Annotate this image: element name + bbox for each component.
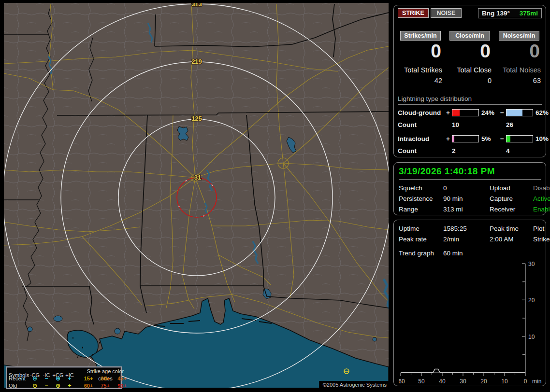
upload-label: Upload — [490, 184, 533, 192]
plot-value: Strike — [533, 236, 550, 243]
y-tick-20: 20 — [528, 297, 535, 304]
total-close-value: 0 — [448, 77, 492, 84]
ic-count-label: Count — [398, 147, 452, 154]
strikes-per-min-button[interactable]: Strikes/min — [400, 31, 441, 41]
x-tick-40: 40 — [439, 378, 446, 385]
ic-negative-bar — [506, 135, 533, 142]
cg-positive-count: 10 — [452, 121, 506, 128]
y-tick-10: 10 — [528, 334, 535, 340]
bearing-value: Bng 139° — [482, 10, 510, 17]
cg-negative-count: 26 — [506, 121, 542, 128]
x-tick-10: 10 — [501, 378, 508, 385]
noises-per-min-button[interactable]: Noises/min — [499, 31, 539, 41]
counters-panel: STRIKE NOISE Bng 139° 375mi Strikes/min … — [393, 5, 546, 157]
ic-positive-bar — [452, 135, 479, 142]
ic-negative-bar-fill — [507, 136, 510, 142]
ring-label-31: 31 — [194, 174, 201, 181]
trend-graph-value: 60 min — [443, 250, 541, 257]
x-tick-0: 0 — [524, 378, 527, 385]
age-45: 45+ — [114, 375, 130, 382]
age-75: 75+ — [97, 382, 114, 390]
upload-status: Disabled — [533, 184, 550, 192]
close-per-min-button[interactable]: Close/min — [449, 31, 490, 41]
y-tick-30: 30 — [528, 261, 535, 267]
total-noises-value: 63 — [497, 77, 541, 84]
ring-label-313: 313 — [191, 3, 202, 8]
x-tick-20: 20 — [480, 378, 487, 385]
peak-time-label: Peak time — [490, 225, 533, 232]
distribution-header: Lightning type distribution — [398, 95, 542, 105]
trend-graph: 30 20 10 60 50 40 30 20 10 0 min — [399, 260, 541, 388]
trend-graph-label: Trend graph — [399, 250, 443, 257]
lightning-app-window: 313 219 125 31 Symbols -CG -IC +CG +IC S… — [0, 0, 550, 392]
noises-column: Noises/min 0 Total Noises 63 — [497, 31, 541, 84]
map-legend: Symbols -CG -IC +CG +IC Strike age color… — [6, 366, 122, 389]
ring-label-219: 219 — [191, 58, 202, 65]
trend-axes — [401, 264, 525, 376]
age-15: 15+ — [80, 375, 97, 382]
cg-negative-bar — [506, 109, 533, 116]
minus-sign: − — [500, 109, 506, 116]
recent-pos-ic-icon: + — [64, 375, 75, 382]
x-tick-60: 60 — [399, 378, 405, 385]
uptime-value: 1585:25 — [443, 225, 490, 232]
close-column: Close/min 0 Total Close 0 — [448, 31, 492, 84]
close-rate-value: 0 — [448, 42, 492, 61]
strikes-rate-value: 0 — [399, 42, 442, 61]
ic-negative-pct: 10% — [533, 135, 549, 142]
intracloud-row: Intracloud + 5% − 10% — [398, 133, 542, 145]
cg-negative-bar-fill — [507, 110, 522, 116]
recent-neg-ic-icon: − — [41, 375, 52, 382]
x-axis-unit: min — [532, 378, 541, 385]
total-strikes-label: Total Strikes — [399, 66, 442, 74]
status-panel: 3/19/2026 1:40:18 PM Squelch 0 Upload Di… — [393, 162, 546, 215]
intracloud-count-row: Count 2 4 — [398, 145, 542, 157]
cg-positive-bar — [452, 109, 479, 116]
squelch-label: Squelch — [399, 184, 443, 192]
ring-label-125: 125 — [191, 115, 202, 122]
ic-positive-count: 2 — [452, 147, 506, 154]
cg-negative-pct: 62% — [533, 109, 549, 116]
cloud-ground-row: Cloud-ground + 24% − 62% — [398, 107, 542, 119]
plus-sign: + — [446, 109, 452, 116]
peak-rate-value: 2/min — [443, 236, 490, 243]
trend-axis-labels: 30 20 10 60 50 40 30 20 10 0 min — [399, 261, 541, 385]
uptime-label: Uptime — [399, 225, 443, 232]
range-label: Range — [399, 206, 443, 213]
ic-positive-bar-fill — [452, 136, 454, 142]
old-neg-ic-icon: − — [41, 382, 52, 390]
old-pos-cg-icon: ⊕ — [52, 382, 64, 390]
age-90: 90+ — [114, 382, 130, 390]
recent-pos-cg-icon: ⊕ — [52, 375, 64, 382]
noises-rate-value: 0 — [497, 42, 541, 61]
squelch-value: 0 — [443, 184, 490, 192]
persistence-label: Persistence — [399, 195, 443, 202]
plus-sign: + — [446, 135, 452, 142]
total-noises-label: Total Noises — [497, 66, 541, 74]
map-area[interactable]: 313 219 125 31 Symbols -CG -IC +CG +IC S… — [4, 3, 389, 388]
x-tick-30: 30 — [460, 378, 466, 385]
x-tick-50: 50 — [418, 378, 425, 385]
legend-recent-label: Recent — [9, 375, 29, 382]
cg-positive-bar-fill — [452, 110, 460, 116]
intracloud-label: Intracloud — [398, 135, 446, 142]
age-60: 60+ — [80, 382, 97, 390]
strike-toggle-button[interactable]: STRIKE — [398, 8, 429, 18]
strikes-column: Strikes/min 0 Total Strikes 42 — [399, 31, 442, 84]
peak-rate-label: Peak rate — [399, 236, 443, 243]
datetime-display: 3/19/2026 1:40:18 PM — [399, 166, 541, 180]
capture-status: Active — [533, 195, 550, 202]
receiver-label: Receiver — [490, 206, 533, 213]
bearing-readout: Bng 139° 375mi — [478, 8, 542, 18]
cg-count-label: Count — [398, 121, 452, 128]
map-canvas[interactable]: 313 219 125 31 — [4, 3, 389, 388]
plot-label: Plot — [533, 225, 550, 232]
peak-time-value: 2:00 AM — [490, 236, 533, 243]
noise-toggle-button[interactable]: NOISE — [431, 8, 462, 18]
old-pos-ic-icon: + — [64, 382, 75, 390]
cloud-ground-count-row: Count 10 26 — [398, 119, 542, 131]
total-strikes-value: 42 — [399, 77, 442, 84]
legend-old-label: Old — [9, 382, 29, 390]
old-neg-cg-icon: ⊖ — [29, 382, 41, 390]
stats-panel: Uptime 1585:25 Peak time Plot Peak rate … — [393, 220, 546, 386]
